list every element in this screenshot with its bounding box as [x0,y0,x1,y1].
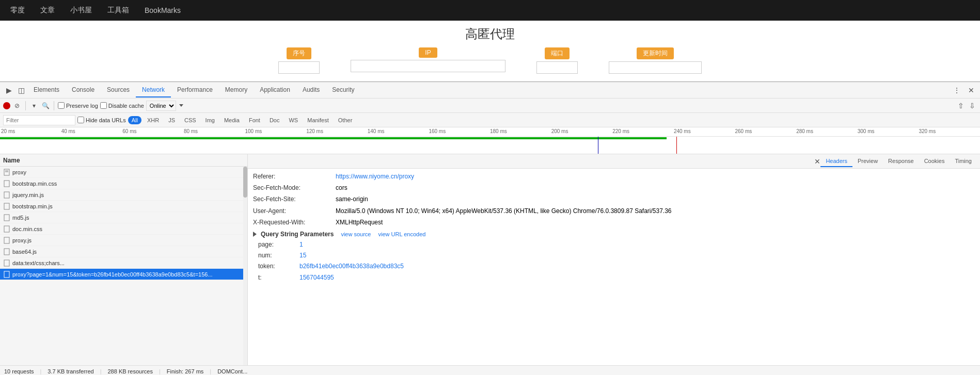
view-url-encoded-link[interactable]: view URL encoded [378,231,425,237]
preserve-log-checkbox[interactable] [58,102,65,109]
throttle-dropdown-icon [179,104,183,107]
filter-tab-js[interactable]: JS [165,116,179,124]
param-row-t: t: 1567044595 [253,273,975,283]
detail-tab-headers[interactable]: Headers [820,156,852,167]
serial-label-btn[interactable]: 序号 [287,47,311,59]
tab-elements[interactable]: Elements [27,83,66,97]
hide-data-urls-label[interactable]: Hide data URLs [77,117,126,123]
close-devtools-icon[interactable]: ✕ [965,84,977,96]
view-source-link[interactable]: view source [341,231,371,237]
nav-item-tools[interactable]: 工具箱 [107,6,129,15]
toolbar-sep-1 [25,101,26,110]
export-icon[interactable]: ⇩ [968,102,977,110]
filter-tab-img[interactable]: Img [202,116,218,124]
filter-icon[interactable]: ▾ [29,101,39,110]
select-element-icon[interactable]: ▶ [3,84,15,96]
list-item[interactable]: doc.min.css [0,223,247,235]
nav-item-zero[interactable]: 零度 [10,6,25,15]
filter-tab-doc[interactable]: Doc [266,116,283,124]
tab-sources[interactable]: Sources [101,83,136,97]
nav-item-bookmarks[interactable]: BookMarks [145,6,181,14]
list-item-selected[interactable]: proxy?page=1&num=15&token=b26fb41eb0ec00… [0,269,247,280]
header-row-sec-fetch-mode: Sec-Fetch-Mode: cors [253,183,975,193]
tab-performance[interactable]: Performance [171,83,219,97]
header-name-sec-fetch-mode: Sec-Fetch-Mode: [253,183,336,193]
filter-tab-ws[interactable]: WS [285,116,302,124]
import-icon[interactable]: ⇧ [956,102,966,110]
disable-cache-checkbox[interactable] [100,102,107,109]
finish-time: Finish: 267 ms [167,368,204,374]
filter-tab-media[interactable]: Media [220,116,243,124]
nav-item-bookstore[interactable]: 小书屋 [70,6,92,15]
filter-tab-other[interactable]: Other [335,116,356,124]
hide-data-urls-checkbox[interactable] [77,117,84,123]
device-toggle-icon[interactable]: ◫ [15,84,27,96]
ip-label-btn[interactable]: IP [419,47,437,58]
file-list-scroll[interactable]: proxy bootstrap.min.css jquery.min.js bo… [0,167,247,365]
svg-rect-4 [4,192,9,198]
field-port: 端口 [536,47,578,74]
filter-tab-xhr[interactable]: XHR [144,116,163,124]
search-icon[interactable]: 🔍 [41,101,50,110]
detail-tab-timing[interactable]: Timing [950,156,977,167]
status-sep-4: | [210,368,211,374]
file-list-scrollbar[interactable] [243,167,247,365]
disable-cache-label[interactable]: Disable cache [100,102,144,109]
detail-tab-preview[interactable]: Preview [852,156,883,167]
tick-300ms: 300 ms [858,128,875,134]
detail-tab-cookies[interactable]: Cookies [919,156,950,167]
detail-pane: ✕ Headers Preview Response Cookies Timin… [248,154,980,365]
clear-button[interactable]: ⊘ [12,101,22,110]
port-input[interactable] [536,61,578,74]
tab-memory[interactable]: Memory [219,83,254,97]
list-item[interactable]: proxy [0,167,247,178]
list-item[interactable]: md5.js [0,212,247,223]
list-item[interactable]: bootstrap.min.js [0,201,247,212]
filter-tab-manifest[interactable]: Manifest [304,116,333,124]
svg-rect-9 [4,249,9,255]
file-name: md5.js [12,215,29,221]
network-toolbar: ⊘ ▾ 🔍 Preserve log Disable cache Online … [0,99,980,113]
param-row-num: num: 15 [253,251,975,260]
port-label-btn[interactable]: 端口 [545,47,570,59]
tab-audits[interactable]: Audits [296,83,326,97]
param-value-page: 1 [299,240,303,250]
scrollbar-thumb[interactable] [243,167,247,198]
detail-tab-response[interactable]: Response [883,156,919,167]
nav-item-articles[interactable]: 文章 [40,6,55,15]
collapse-triangle-icon[interactable] [253,232,257,237]
list-item[interactable]: data:text/css;chars... [0,257,247,269]
header-value-user-agent: Mozilla/5.0 (Windows NT 10.0; Win64; x64… [336,206,672,216]
list-item[interactable]: proxy.js [0,235,247,246]
serial-input[interactable] [278,61,320,74]
requests-count: 10 requests [4,368,34,374]
detail-close-button[interactable]: ✕ [814,157,820,166]
tab-console[interactable]: Console [66,83,101,97]
preserve-log-text: Preserve log [66,103,98,109]
file-icon [3,203,10,210]
preserve-log-label[interactable]: Preserve log [58,102,98,109]
param-name-token: token: [258,262,299,271]
file-name: proxy [12,169,26,175]
tick-260ms: 260 ms [735,128,752,134]
list-item[interactable]: base64.js [0,246,247,257]
filter-tab-all[interactable]: All [128,116,141,124]
tab-security[interactable]: Security [326,83,360,97]
record-button[interactable] [3,102,10,109]
throttle-select[interactable]: Online [146,101,176,111]
resources-size: 288 KB resources [107,368,152,374]
filter-tab-font[interactable]: Font [245,116,264,124]
list-item[interactable]: jquery.min.js [0,189,247,201]
update-time-label-btn[interactable]: 更新时间 [637,47,674,59]
list-item[interactable]: bootstrap.min.css [0,178,247,189]
update-time-input[interactable] [609,61,702,74]
file-name: doc.min.css [12,226,42,232]
filter-input[interactable] [3,115,75,125]
header-name-referer: Referer: [253,172,336,182]
header-row-sec-fetch-site: Sec-Fetch-Site: same-origin [253,194,975,204]
tab-network[interactable]: Network [136,83,171,97]
ip-input[interactable] [351,60,505,72]
filter-tab-css[interactable]: CSS [181,116,200,124]
tab-application[interactable]: Application [254,83,296,97]
more-options-icon[interactable]: ⋮ [951,84,963,96]
